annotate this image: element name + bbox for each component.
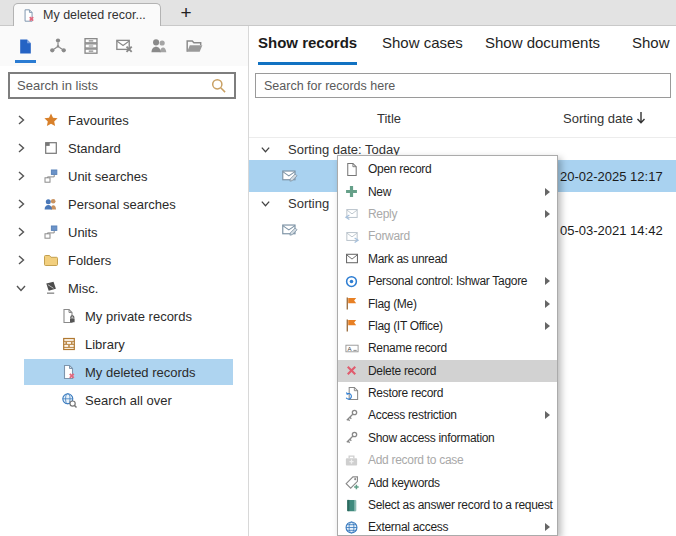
sidebar-search-box: [8, 72, 236, 99]
menu-item-rename-record[interactable]: A Rename record: [338, 337, 557, 359]
open-folder-icon[interactable]: [181, 34, 207, 58]
menu-item-open-record[interactable]: Open record: [338, 158, 557, 180]
tab-show-more[interactable]: Show: [632, 34, 670, 51]
document-restore-icon: [343, 385, 360, 402]
records-search-box: [255, 73, 671, 98]
window-tab-title: My deleted recor...: [43, 8, 146, 22]
chevron-down-icon: [15, 282, 27, 294]
envelope-reply-icon: [343, 205, 360, 222]
sidebar-item-unit-searches[interactable]: Unit searches: [0, 162, 248, 190]
sidebar-item-standard[interactable]: Standard: [0, 134, 248, 162]
tag-plus-icon: [343, 474, 360, 491]
delete-cross-icon: [343, 362, 360, 379]
toolbar-active-underline: [15, 60, 36, 63]
menu-item-new[interactable]: New: [338, 180, 557, 202]
sidebar-item-units[interactable]: Units: [0, 218, 248, 246]
new-tab-button[interactable]: +: [170, 0, 202, 25]
lists-sidebar: Favourites Standard Unit searches Person…: [0, 66, 248, 536]
sort-descending-icon[interactable]: [633, 110, 649, 126]
tab-show-documents[interactable]: Show documents: [485, 34, 600, 51]
sidebar-item-library[interactable]: Library: [0, 330, 248, 358]
envelope-icon: [343, 250, 360, 267]
flag-icon: [343, 317, 360, 334]
plus-icon: [343, 183, 360, 200]
menu-item-access-restriction[interactable]: Access restriction: [338, 404, 557, 426]
chevron-right-icon: [15, 170, 27, 182]
submenu-arrow-icon: [545, 277, 550, 285]
users-icon[interactable]: [146, 34, 172, 58]
submenu-arrow-icon: [545, 411, 550, 419]
document-deleted-icon: [61, 364, 77, 380]
menu-item-reply[interactable]: Reply: [338, 203, 557, 225]
list-header: Title Sorting date: [249, 100, 676, 138]
sidebar-item-my-deleted-records[interactable]: My deleted records: [0, 358, 248, 386]
document-deleted-icon: [22, 8, 36, 23]
tab-show-records[interactable]: Show records: [258, 34, 357, 51]
menu-item-add-record-to-case[interactable]: Add record to case: [338, 449, 557, 471]
envelope-forward-icon: [343, 228, 360, 245]
key-icon: [343, 407, 360, 424]
record-sorting-date: 20-02-2025 12:17: [560, 169, 663, 184]
eye-icon: [343, 273, 360, 290]
library-icon: [61, 336, 77, 352]
menu-item-flag-it-office[interactable]: Flag (IT Office): [338, 315, 557, 337]
document-icon: [343, 161, 360, 178]
sidebar-item-favourites[interactable]: Favourites: [0, 106, 248, 134]
chevron-down-icon: [260, 144, 271, 155]
star-icon: [43, 112, 59, 128]
sidebar-search-input[interactable]: [17, 78, 211, 93]
document-lock-icon: [61, 308, 77, 324]
standard-icon: [43, 140, 59, 156]
submenu-arrow-icon: [545, 210, 550, 218]
record-envelope-icon: [281, 167, 299, 184]
chevron-right-icon: [15, 114, 27, 126]
records-icon[interactable]: [12, 34, 38, 58]
org-chart-icon: [43, 224, 59, 240]
column-header-sorting-date[interactable]: Sorting date: [563, 111, 633, 126]
sidebar-item-folders[interactable]: Folders: [0, 246, 248, 274]
menu-item-delete-record[interactable]: Delete record: [338, 360, 557, 382]
menu-item-flag-me[interactable]: Flag (Me): [338, 292, 557, 314]
tab-show-cases[interactable]: Show cases: [382, 34, 463, 51]
sidebar-item-personal-searches[interactable]: Personal searches: [0, 190, 248, 218]
flag-icon: [343, 295, 360, 312]
globe-search-icon: [61, 392, 77, 408]
submenu-arrow-icon: [545, 322, 550, 330]
key-icon: [343, 429, 360, 446]
menu-item-mark-as-unread[interactable]: Mark as unread: [338, 248, 557, 270]
record-sorting-date: 05-03-2021 14:42: [560, 223, 663, 238]
case-icon: [343, 452, 360, 469]
submenu-arrow-icon: [545, 300, 550, 308]
org-network-icon[interactable]: [45, 34, 71, 58]
sidebar-item-my-private-records[interactable]: My private records: [0, 302, 248, 330]
submenu-arrow-icon: [545, 523, 550, 531]
sidebar-item-misc[interactable]: Misc.: [0, 274, 248, 302]
window-tab-my-deleted-records[interactable]: My deleted recor...: [13, 3, 161, 26]
window-tab-bar: My deleted recor... +: [0, 0, 676, 26]
menu-item-external-access[interactable]: External access: [338, 516, 557, 536]
folder-icon: [43, 252, 59, 268]
record-context-menu: Open record New Reply Forward Mark as un…: [337, 155, 558, 536]
record-envelope-icon: [281, 221, 299, 238]
sidebar-item-search-all-over[interactable]: Search all over: [0, 386, 248, 414]
menu-item-personal-control[interactable]: Personal control: Ishwar Tagore: [338, 270, 557, 292]
people-icon: [43, 196, 59, 212]
menu-item-forward[interactable]: Forward: [338, 225, 557, 247]
chevron-right-icon: [15, 254, 27, 266]
records-search-input[interactable]: [264, 79, 662, 93]
chevron-down-icon: [260, 198, 271, 209]
menu-item-select-as-answer-record[interactable]: Select as answer record to a request: [338, 494, 557, 516]
globe-icon: [343, 519, 360, 536]
misc-icon: [43, 280, 59, 296]
menu-item-show-access-information[interactable]: Show access information: [338, 427, 557, 449]
archive-icon[interactable]: [78, 34, 104, 58]
chevron-right-icon: [15, 198, 27, 210]
column-header-title[interactable]: Title: [249, 111, 529, 126]
deleted-mail-icon[interactable]: [111, 34, 137, 58]
notebook-icon: [343, 497, 360, 514]
rename-icon: A: [343, 340, 360, 357]
search-icon: [211, 78, 227, 94]
submenu-arrow-icon: [545, 188, 550, 196]
menu-item-restore-record[interactable]: Restore record: [338, 382, 557, 404]
menu-item-add-keywords[interactable]: Add keywords: [338, 471, 557, 493]
